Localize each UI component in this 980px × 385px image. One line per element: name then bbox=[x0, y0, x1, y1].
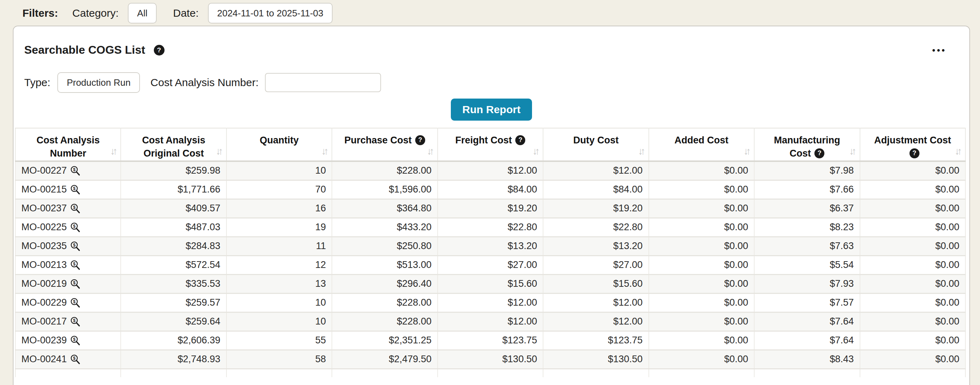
value-cell: $228.00 bbox=[332, 312, 437, 331]
svg-text:$: $ bbox=[73, 299, 75, 304]
value-cell: $0.00 bbox=[860, 199, 966, 218]
value-cell: $1,596.00 bbox=[332, 180, 437, 199]
help-icon[interactable]: ? bbox=[910, 148, 920, 158]
type-select-button[interactable]: Production Run bbox=[57, 72, 140, 93]
table-row: MO-00217 $ $259.6410$228.00$12.00$12.00$… bbox=[15, 312, 966, 331]
help-icon[interactable]: ? bbox=[815, 148, 824, 158]
sort-icon[interactable]: ↓↑ bbox=[955, 146, 962, 156]
magnifier-dollar-icon[interactable]: $ bbox=[70, 335, 81, 346]
value-cell: $8.23 bbox=[754, 218, 860, 237]
value-cell: $0.00 bbox=[860, 161, 966, 180]
date-filter-button[interactable]: 2024-11-01 to 2025-11-03 bbox=[208, 3, 332, 24]
value-cell: $284.83 bbox=[121, 237, 226, 255]
run-report-button[interactable]: Run Report bbox=[451, 98, 532, 120]
svg-text:$: $ bbox=[73, 186, 75, 191]
column-header-label: Cost Analysis bbox=[121, 134, 226, 147]
sort-icon[interactable]: ↓↑ bbox=[321, 146, 329, 156]
magnifier-dollar-icon[interactable]: $ bbox=[70, 260, 81, 271]
value-cell: $572.54 bbox=[121, 255, 226, 274]
cost-analysis-number-input[interactable] bbox=[265, 73, 381, 92]
value-cell: $0.00 bbox=[860, 237, 966, 255]
sort-icon[interactable]: ↓↑ bbox=[532, 146, 540, 156]
magnifier-dollar-icon[interactable]: $ bbox=[70, 316, 81, 327]
page-title: Searchable COGS List bbox=[24, 43, 145, 57]
magnifier-dollar-icon[interactable]: $ bbox=[70, 298, 81, 308]
value-cell: $130.50 bbox=[438, 350, 543, 369]
value-cell: $0.00 bbox=[649, 199, 754, 218]
value-cell: $2,606.39 bbox=[121, 331, 226, 350]
cost-analysis-number-cell: MO-00219 $ bbox=[15, 274, 121, 293]
sort-icon[interactable]: ↓↑ bbox=[638, 146, 646, 156]
cost-analysis-number-value: MO-00215 bbox=[21, 184, 67, 195]
value-cell: $296.40 bbox=[332, 274, 437, 293]
value-cell: $2,351.25 bbox=[332, 331, 437, 350]
value-cell: $6.37 bbox=[754, 199, 860, 218]
magnifier-dollar-icon[interactable]: $ bbox=[70, 222, 81, 233]
column-header-cost-analysis-number[interactable]: Cost AnalysisNumber↓↑ bbox=[15, 128, 121, 161]
value-cell: $0.00 bbox=[649, 237, 754, 255]
value-cell: $259.57 bbox=[121, 293, 226, 312]
column-header-cost-analysis-original-cost[interactable]: Cost AnalysisOriginal Cost↓↑ bbox=[121, 128, 226, 161]
value-cell: $0.00 bbox=[649, 293, 754, 312]
value-cell: $259.98 bbox=[121, 161, 226, 180]
value-cell: $12.00 bbox=[438, 293, 543, 312]
column-header-quantity[interactable]: Quantity↓↑ bbox=[226, 128, 332, 161]
value-cell: 11 bbox=[226, 237, 332, 255]
sort-icon[interactable]: ↓↑ bbox=[427, 146, 434, 156]
column-header-adjustment-cost[interactable]: Adjustment Cost?↓↑ bbox=[860, 128, 966, 161]
sort-icon[interactable]: ↓↑ bbox=[216, 146, 223, 156]
table-row: MO-00229 $ $259.5710$228.00$12.00$12.00$… bbox=[15, 293, 966, 312]
help-icon[interactable]: ? bbox=[415, 135, 425, 145]
magnifier-dollar-icon[interactable]: $ bbox=[70, 203, 81, 214]
table-row-partial bbox=[15, 369, 966, 377]
column-header-manufacturing-cost[interactable]: ManufacturingCost?↓↑ bbox=[754, 128, 860, 161]
value-cell: $0.00 bbox=[860, 293, 966, 312]
magnifier-dollar-icon[interactable]: $ bbox=[70, 354, 81, 365]
value-cell: $19.20 bbox=[543, 199, 649, 218]
sort-icon[interactable]: ↓↑ bbox=[110, 146, 118, 156]
value-cell: 58 bbox=[226, 350, 332, 369]
value-cell: $0.00 bbox=[860, 218, 966, 237]
value-cell: $0.00 bbox=[649, 218, 754, 237]
value-cell: $27.00 bbox=[438, 255, 543, 274]
column-header-freight-cost[interactable]: Freight Cost?↓↑ bbox=[438, 128, 543, 161]
value-cell: $84.00 bbox=[438, 180, 543, 199]
sort-icon[interactable]: ↓↑ bbox=[743, 146, 751, 156]
report-card: Searchable COGS List ? ••• Type: Product… bbox=[13, 25, 970, 385]
sort-icon[interactable]: ↓↑ bbox=[849, 146, 857, 156]
value-cell: $22.80 bbox=[543, 218, 649, 237]
category-filter-button[interactable]: All bbox=[128, 3, 157, 24]
value-cell: $487.03 bbox=[121, 218, 226, 237]
value-cell bbox=[226, 369, 332, 377]
column-header-label: Quantity bbox=[227, 134, 331, 147]
type-label: Type: bbox=[24, 76, 50, 89]
value-cell: $433.20 bbox=[332, 218, 437, 237]
column-header-added-cost[interactable]: Added Cost↓↑ bbox=[649, 128, 754, 161]
table-row: MO-00215 $ $1,771.6670$1,596.00$84.00$84… bbox=[15, 180, 966, 199]
value-cell: $12.00 bbox=[438, 161, 543, 180]
value-cell: $22.80 bbox=[438, 218, 543, 237]
help-icon[interactable]: ? bbox=[154, 45, 164, 55]
column-header-duty-cost[interactable]: Duty Cost↓↑ bbox=[543, 128, 649, 161]
help-icon[interactable]: ? bbox=[515, 135, 525, 145]
cost-analysis-number-value: MO-00225 bbox=[21, 222, 67, 232]
value-cell bbox=[15, 369, 121, 377]
value-cell: $12.00 bbox=[543, 161, 649, 180]
magnifier-dollar-icon[interactable]: $ bbox=[70, 184, 81, 195]
filters-bar: Filters: Category: All Date: 2024-11-01 … bbox=[0, 0, 980, 26]
value-cell: $0.00 bbox=[860, 180, 966, 199]
table-row: MO-00237 $ $409.5716$364.80$19.20$19.20$… bbox=[15, 199, 966, 218]
column-header-purchase-cost[interactable]: Purchase Cost?↓↑ bbox=[332, 128, 437, 161]
magnifier-dollar-icon[interactable]: $ bbox=[70, 279, 81, 289]
value-cell: $364.80 bbox=[332, 199, 437, 218]
value-cell: $7.98 bbox=[754, 161, 860, 180]
value-cell: $0.00 bbox=[860, 350, 966, 369]
svg-text:$: $ bbox=[73, 167, 75, 172]
more-menu-button[interactable]: ••• bbox=[930, 45, 949, 55]
magnifier-dollar-icon[interactable]: $ bbox=[70, 241, 81, 252]
magnifier-dollar-icon[interactable]: $ bbox=[70, 165, 81, 176]
svg-text:$: $ bbox=[73, 280, 75, 285]
value-cell: $123.75 bbox=[543, 331, 649, 350]
column-header-label: Purchase Cost? bbox=[332, 134, 437, 147]
column-header-label: Cost? bbox=[755, 147, 859, 160]
